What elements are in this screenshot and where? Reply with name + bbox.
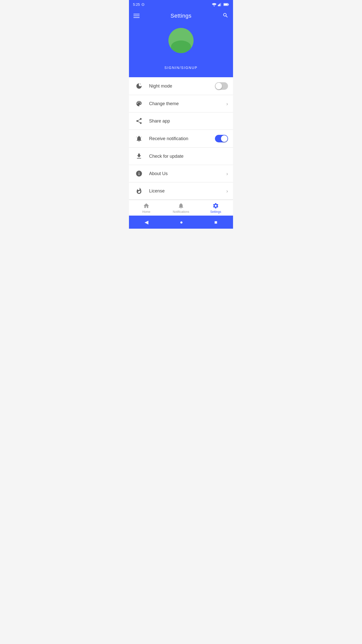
svg-rect-7	[228, 4, 229, 5]
svg-rect-6	[224, 4, 228, 5]
moon-star-icon	[134, 83, 144, 90]
status-bar: 5:25 ⊙	[129, 0, 233, 9]
home-icon	[143, 203, 150, 209]
settings-item-night-mode[interactable]: Night mode	[129, 77, 233, 95]
nav-home-label: Home	[142, 210, 150, 214]
svg-point-0	[214, 6, 215, 6]
search-icon	[222, 12, 229, 18]
app-bar-title: Settings	[170, 13, 192, 19]
home-button[interactable]: ●	[180, 219, 183, 225]
receive-notification-label: Receive notification	[149, 136, 215, 141]
chevron-right-icon-license: ›	[226, 188, 228, 194]
change-theme-label: Change theme	[149, 101, 226, 106]
settings-item-license[interactable]: License ›	[129, 182, 233, 200]
nav-notifications-label: Notifications	[173, 210, 189, 214]
toggle-knob	[215, 83, 222, 89]
check-update-label: Check for update	[149, 154, 228, 159]
settings-icon	[212, 203, 219, 209]
svg-rect-2	[219, 4, 219, 6]
status-time: 5:25	[133, 3, 140, 7]
chevron-right-icon: ›	[226, 101, 228, 107]
nav-item-settings[interactable]: Settings	[198, 203, 233, 214]
receive-notification-toggle[interactable]	[215, 135, 228, 142]
night-mode-label: Night mode	[149, 84, 215, 89]
signin-label: SIGNIN/SIGNUP	[164, 66, 198, 70]
about-us-chevron: ›	[226, 171, 228, 177]
share-icon	[134, 117, 144, 125]
app-icon: ⊙	[141, 2, 145, 7]
flame-icon	[134, 187, 144, 194]
license-label: License	[149, 188, 226, 194]
night-mode-toggle-container[interactable]	[215, 82, 228, 90]
about-us-label: About Us	[149, 171, 226, 176]
back-button[interactable]: ◀	[145, 219, 148, 225]
svg-rect-4	[220, 3, 221, 6]
profile-header[interactable]: SIGNIN/SIGNUP	[129, 23, 233, 77]
nav-settings-label: Settings	[210, 210, 221, 214]
settings-item-receive-notification[interactable]: Receive notification	[129, 130, 233, 148]
status-left: 5:25 ⊙	[133, 2, 145, 7]
app-bar: Settings	[129, 9, 233, 23]
signal-icon	[218, 3, 222, 6]
palette-icon	[134, 100, 144, 107]
receive-notification-toggle-container[interactable]	[215, 135, 228, 142]
settings-item-share-app[interactable]: Share app	[129, 112, 233, 130]
change-theme-chevron: ›	[226, 101, 228, 107]
bottom-nav: Home Notifications Settings	[129, 200, 233, 216]
search-button[interactable]	[222, 12, 229, 19]
settings-item-check-update[interactable]: Check for update	[129, 148, 233, 165]
nav-item-notifications[interactable]: Notifications	[164, 203, 198, 214]
svg-rect-1	[218, 5, 219, 6]
system-nav: ◀ ● ■	[129, 216, 233, 229]
avatar	[168, 28, 194, 53]
nav-item-home[interactable]: Home	[129, 203, 164, 214]
share-app-label: Share app	[149, 118, 228, 124]
menu-button[interactable]	[133, 14, 140, 18]
toggle-knob-on	[221, 135, 228, 142]
wifi-icon	[212, 3, 216, 6]
battery-icon	[223, 3, 229, 6]
bell-ring-icon	[134, 135, 144, 142]
recent-button[interactable]: ■	[214, 219, 217, 225]
svg-rect-3	[220, 4, 220, 6]
status-right	[212, 3, 229, 6]
info-icon	[134, 170, 144, 177]
bell-icon	[178, 203, 184, 209]
download-icon	[134, 153, 144, 160]
settings-item-about-us[interactable]: About Us ›	[129, 165, 233, 182]
settings-item-change-theme[interactable]: Change theme ›	[129, 95, 233, 112]
chevron-right-icon-about: ›	[226, 171, 228, 177]
night-mode-toggle[interactable]	[215, 82, 228, 90]
settings-list: Night mode Change theme › Share app	[129, 77, 233, 200]
license-chevron: ›	[226, 188, 228, 194]
